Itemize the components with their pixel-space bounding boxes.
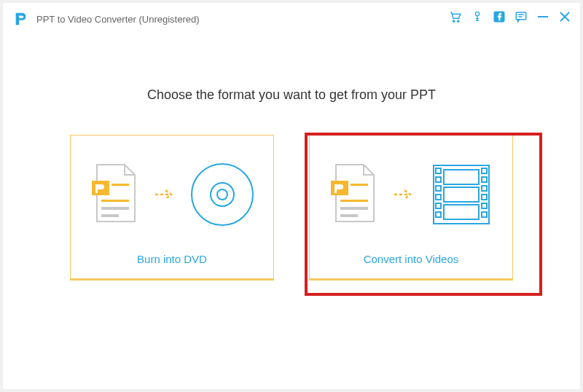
option-convert-video[interactable]: Convert into Videos [309, 135, 513, 281]
svg-rect-29 [482, 177, 487, 182]
option-cards: Burn into DVD [70, 135, 513, 281]
svg-point-0 [453, 20, 455, 22]
minimize-button[interactable] [536, 10, 549, 23]
svg-rect-15 [340, 200, 368, 202]
main-content: Choose the format you want to get from y… [3, 35, 580, 389]
svg-rect-31 [482, 195, 487, 200]
svg-point-11 [211, 183, 234, 206]
svg-rect-22 [436, 168, 441, 173]
page-heading: Choose the format you want to get from y… [147, 87, 436, 103]
titlebar: PPT to Video Converter (Unregistered) [3, 3, 580, 35]
key-icon[interactable] [471, 10, 484, 23]
burn-dvd-graphic [88, 136, 256, 253]
svg-point-12 [217, 189, 227, 200]
option-convert-video-label: Convert into Videos [364, 253, 459, 265]
svg-rect-9 [101, 214, 119, 217]
convert-video-graphic [327, 136, 495, 253]
svg-rect-4 [516, 12, 526, 20]
titlebar-actions [449, 10, 571, 23]
app-window: PPT to Video Converter (Unregistered) Ch [3, 3, 580, 389]
svg-rect-24 [436, 186, 441, 191]
svg-rect-26 [436, 203, 441, 208]
svg-rect-21 [444, 205, 479, 219]
window-title: PPT to Video Converter (Unregistered) [36, 14, 200, 25]
arrow-right-icon [154, 189, 176, 200]
feedback-icon[interactable] [514, 10, 528, 23]
svg-rect-32 [482, 203, 487, 208]
video-filmstrip-icon [428, 161, 495, 228]
ppt-document-icon [88, 162, 141, 227]
svg-rect-8 [101, 207, 129, 210]
svg-rect-19 [444, 170, 479, 184]
svg-rect-25 [436, 195, 441, 200]
close-icon [560, 12, 570, 22]
svg-rect-20 [444, 187, 479, 202]
app-logo-icon [13, 11, 29, 27]
arrow-right-icon [393, 189, 415, 200]
svg-rect-23 [436, 177, 441, 182]
svg-point-10 [192, 164, 253, 225]
svg-rect-14 [351, 184, 368, 186]
minimize-icon [538, 16, 548, 17]
facebook-icon[interactable] [493, 10, 506, 23]
dvd-disc-icon [189, 161, 256, 228]
svg-rect-30 [482, 186, 487, 191]
svg-rect-28 [482, 168, 487, 173]
cart-icon[interactable] [449, 10, 462, 23]
ppt-document-icon [327, 162, 380, 227]
svg-rect-16 [340, 207, 368, 210]
svg-rect-6 [111, 184, 129, 186]
option-burn-dvd-label: Burn into DVD [137, 253, 207, 265]
svg-rect-7 [101, 200, 129, 202]
svg-rect-33 [482, 212, 487, 217]
svg-rect-17 [340, 214, 358, 217]
svg-point-1 [458, 20, 459, 22]
svg-rect-18 [434, 165, 489, 224]
svg-point-2 [475, 12, 479, 15]
option-burn-dvd[interactable]: Burn into DVD [70, 135, 274, 281]
svg-rect-27 [436, 212, 441, 217]
close-button[interactable] [558, 10, 571, 23]
